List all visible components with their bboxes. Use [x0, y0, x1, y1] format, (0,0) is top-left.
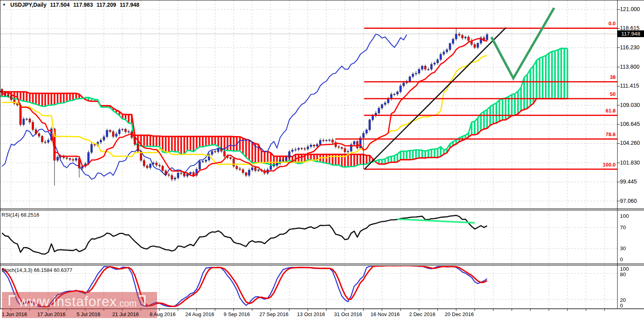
price-tick-label: 104.260	[620, 140, 644, 146]
ohlc-low: 117.209	[96, 2, 116, 8]
date-tick-label: 21 Jul 2016	[108, 311, 143, 317]
frame-layer	[0, 0, 644, 311]
fibonacci-retracement[interactable]	[335, 28, 617, 169]
stoch-tick-label: 0	[620, 303, 642, 309]
date-tick-label: 8 Aug 2016	[145, 311, 180, 317]
rsi-tick-label: 100	[620, 213, 642, 219]
date-tick-label: 27 Sep 2016	[256, 311, 292, 317]
rsi-label: RSI(14) 68.2516	[2, 212, 39, 218]
rsi-pane[interactable]	[0, 211, 617, 264]
stoch-tick-label: 100	[620, 266, 642, 272]
price-tick-label: 101.830	[620, 160, 644, 166]
fib-level-label: 38	[552, 74, 616, 80]
chart-title: ▼ USDJPY,Daily 117.504 117.983 117.209 1…	[2, 2, 139, 8]
instaforex-watermark: www.instaforex .com	[9, 294, 146, 309]
price-tick-label: 97.060	[620, 198, 644, 204]
price-tick-label: 111.415	[620, 83, 644, 89]
rsi-tick-label: 0	[620, 256, 642, 262]
trading-chart-window: ▼ USDJPY,Daily 117.504 117.983 117.209 1…	[0, 0, 644, 320]
fib-level-label: 0.0	[552, 21, 616, 26]
symbol-period-label: USDJPY,Daily	[10, 2, 47, 8]
fib-level-label: 78.6	[552, 131, 616, 137]
date-tick-label: 2 Dec 2016	[404, 311, 440, 317]
stoch-label: Stoch(14,3,3) 66.1584 60.6377	[2, 267, 72, 273]
ohlc-high: 117.983	[73, 2, 93, 8]
stoch-tick-label: 80	[620, 271, 642, 277]
stoch-tick-label: 20	[620, 297, 642, 303]
date-tick-label: 9 Sep 2016	[219, 311, 255, 317]
stoch-value-d: 60.6377	[54, 267, 72, 273]
rsi-value: 68.2516	[21, 212, 39, 218]
date-tick-label: 17 Jun 2016	[34, 311, 69, 317]
date-tick-label: 24 Aug 2016	[182, 311, 217, 317]
rsi-tick-label: 30	[620, 245, 642, 251]
price-tick-label: 121.000	[620, 6, 644, 12]
price-tick-label: 113.800	[620, 64, 644, 70]
stoch-value-k: 66.1584	[34, 267, 52, 273]
fib-level-label: 61.8	[552, 108, 616, 114]
current-price-badge: 117.948	[618, 30, 644, 37]
main-price-pane[interactable]	[0, 0, 617, 210]
chart-canvas[interactable]	[0, 0, 644, 320]
price-tick-label: 116.230	[620, 45, 644, 51]
date-tick-label: 16 Nov 2016	[367, 311, 403, 317]
date-tick-label: 31 Oct 2016	[330, 311, 366, 317]
fib-level-label: 100.0	[552, 162, 616, 168]
ohlc-close: 117.948	[120, 2, 139, 8]
price-tick-label: 106.645	[620, 121, 644, 127]
date-tick-label: 13 Oct 2016	[293, 311, 329, 317]
rsi-tick-label: 70	[620, 225, 642, 230]
date-tick-label: 20 Dec 2016	[442, 311, 477, 317]
date-tick-label: 5 Jul 2016	[71, 311, 106, 317]
watermark-bracket-icon	[9, 295, 15, 305]
chart-collapse-icon[interactable]: ▼	[2, 3, 6, 7]
price-tick-label: 99.445	[620, 179, 644, 185]
ohlc-open: 117.504	[50, 2, 70, 8]
fib-level-label: 50	[552, 91, 616, 97]
watermark-bracket-icon	[139, 295, 146, 305]
date-tick-label: 1 Jun 2016	[0, 311, 32, 317]
price-tick-label: 109.030	[620, 102, 644, 108]
